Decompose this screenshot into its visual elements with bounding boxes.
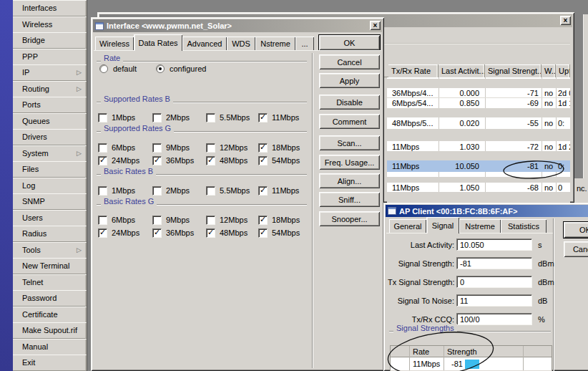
tab-advanced[interactable]: Advanced [182,37,227,50]
checkbox-6mbps[interactable] [98,143,107,153]
interface-dialog-titlebar[interactable]: Interface <www.pwmn.net_Solar>× [93,19,382,32]
field-signal-strength-[interactable]: -81 [456,257,532,269]
checkbox-11mbps[interactable]: ✓ [258,186,268,196]
button-comment[interactable]: Comment [319,114,380,129]
table-row-6-rate[interactable]: 11Mbps [388,182,438,193]
table-row-1-w[interactable]: no [542,87,556,98]
table-row-3-w[interactable]: no [542,117,556,128]
table-row-6-w[interactable]: no [542,182,556,193]
checkbox-1mbps[interactable] [98,113,107,122]
table-row-4-rate[interactable]: 11Mbps [388,141,438,152]
table-row-5-w[interactable]: no [542,160,556,171]
tab-nstreme[interactable]: Nstreme [255,37,295,50]
checkbox-54mbps[interactable]: ✓ [258,156,268,165]
sidebar-item-radius[interactable]: Radius [13,226,87,242]
table-row-2-rate[interactable]: 6Mbps/54... [388,97,438,108]
table-row-4-w[interactable]: no [542,141,556,152]
column-header-2[interactable]: Last Activit... [438,64,485,77]
sidebar-item-ip[interactable]: IP▷ [13,64,87,81]
field-signal-to-noise-[interactable]: 11 [456,294,532,307]
table-row-6-signal[interactable]: -68 [485,182,542,193]
checkbox-6mbps[interactable] [98,216,107,225]
close-icon[interactable]: × [560,16,571,25]
sidebar-item-snmp[interactable]: SNMP [13,193,87,210]
checkbox-12mbps[interactable] [206,216,215,225]
button-sniff-[interactable]: Sniff... [319,192,380,207]
button-ok[interactable]: OK [564,222,588,238]
sidebar-item-system[interactable]: System▷ [13,145,87,162]
sidebar-item-files[interactable]: Files [13,161,87,178]
checkbox-18mbps[interactable]: ✓ [258,143,268,153]
tab-signal[interactable]: Signal [426,217,459,233]
sidebar-item-password[interactable]: Password [13,290,87,307]
tab-statistics[interactable]: Statistics [501,219,547,233]
button-snooper-[interactable]: Snooper... [319,211,380,226]
button-apply[interactable]: Apply [319,73,380,88]
table-row-3-uptime[interactable]: 0: [556,117,570,128]
radio-default[interactable] [99,64,108,73]
table-row-3-signal[interactable]: -55 [485,117,542,128]
sidebar-item-telnet[interactable]: Telnet [13,274,87,291]
table-row-3-activity[interactable]: 0.020 [438,117,485,128]
button-freq-usage-[interactable]: Freq. Usage... [319,155,380,170]
close-icon[interactable]: × [370,21,381,30]
column-header-1[interactable]: Tx/Rx Rate [388,64,438,77]
checkbox-36mbps[interactable]: ✓ [152,156,162,165]
checkbox-2mbps[interactable] [152,113,162,122]
sidebar-item-manual[interactable]: Manual [13,339,87,355]
button-cancel[interactable]: Cancel [564,241,588,257]
checkbox-5.5mbps[interactable] [206,186,215,196]
sidebar-item-bridge[interactable]: Bridge [13,32,87,49]
checkbox-2mbps[interactable] [152,186,162,196]
sidebar-item-interfaces[interactable]: Interfaces [13,0,87,16]
table-row-1-activity[interactable]: 0.000 [438,87,485,98]
button-cancel[interactable]: Cancel [319,54,380,69]
sidebar-item-new-terminal[interactable]: New Terminal [13,258,87,274]
sidebar-item-users[interactable]: Users [13,210,87,226]
table-row-2-activity[interactable]: 0.850 [438,97,485,108]
tab--[interactable]: ... [295,37,314,50]
checkbox-9mbps[interactable] [152,216,162,225]
sidebar-item-wireless[interactable]: Wireless [13,16,87,33]
sidebar-item-certificate[interactable]: Certificate [13,307,87,323]
sidebar-item-tools[interactable]: Tools▷ [13,242,87,259]
sidebar-item-drivers[interactable]: Drivers [13,129,87,145]
column-header-4[interactable]: W... [542,64,556,77]
table-row-4-activity[interactable]: 1.030 [438,141,485,152]
tab-data-rates[interactable]: Data Rates [134,34,182,51]
table-row-4-signal[interactable]: -72 [485,141,542,152]
strengths-row-value[interactable]: -81 [449,360,463,368]
tab-wds[interactable]: WDS [227,37,255,50]
table-row-1-uptime[interactable]: 2d 0 [556,87,570,98]
field-last-activity-[interactable]: 10.050 [456,238,532,251]
checkbox-48mbps[interactable]: ✓ [206,156,215,165]
strengths-row-rate[interactable]: 11Mbps [413,360,440,368]
table-row-6-uptime[interactable]: 0 [556,182,570,193]
strengths-column-header-rate[interactable]: Rate [413,347,429,356]
column-header-3[interactable]: Signal Strengt... [485,64,542,77]
checkbox-11mbps[interactable]: ✓ [258,113,268,122]
strengths-column-header-strength[interactable]: Strength [447,347,477,356]
sidebar-item-queues[interactable]: Queues [13,113,87,130]
sidebar-item-routing[interactable]: Routing▷ [13,81,87,97]
checkbox-36mbps[interactable]: ✓ [152,228,162,238]
table-row-2-signal[interactable]: -69 [485,97,542,108]
table-row-5-signal[interactable]: -81 [485,160,542,171]
tab-nstreme[interactable]: Nstreme [459,219,501,233]
table-row-2-uptime[interactable]: 1d 1 [556,97,570,108]
sidebar-item-log[interactable]: Log [13,178,87,194]
checkbox-24mbps[interactable]: ✓ [98,156,107,165]
checkbox-18mbps[interactable]: ✓ [258,216,268,225]
table-row-1-signal[interactable]: -71 [485,87,542,98]
checkbox-24mbps[interactable]: ✓ [98,228,107,238]
table-row-1-rate[interactable]: 36Mbps/4... [388,87,438,98]
checkbox-5.5mbps[interactable] [206,113,215,122]
column-header-5[interactable]: Uptim [556,64,570,77]
checkbox-54mbps[interactable]: ✓ [258,228,268,238]
table-row-2-w[interactable]: no [542,97,556,108]
table-row-5-rate[interactable]: 11Mbps [388,160,438,171]
checkbox-12mbps[interactable] [206,143,215,153]
checkbox-1mbps[interactable] [98,186,107,196]
sidebar-item-exit[interactable]: Exit [13,355,87,371]
table-row-5-activity[interactable]: 10.050 [438,160,485,171]
